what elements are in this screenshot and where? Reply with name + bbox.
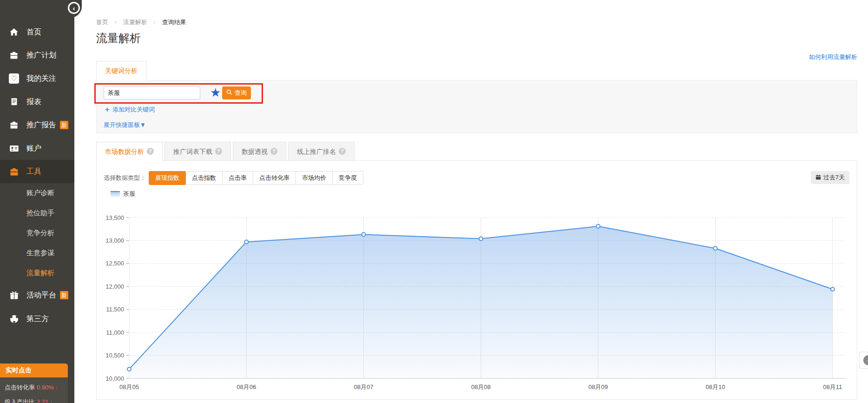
svg-text:08月09: 08月09 [588,383,608,390]
date-range-button[interactable]: 过去7天 [811,171,849,184]
id-card-icon [8,143,20,154]
query-button[interactable]: 查询 [222,86,251,99]
realtime-panel: 实时点击 点击转化率0.90%↑ 投入产出比2.21↑ [0,363,68,403]
sidebar-item-reports[interactable]: 报表 [0,90,74,113]
svg-text:08月10: 08月10 [706,383,725,390]
type-option-impression-index[interactable]: 展现指数 [149,171,186,185]
up-arrow-icon: ↑ [55,384,59,391]
breadcrumb-separator: › [115,18,117,26]
plus-icon: ＋ [104,105,111,113]
new-badge: 新 [60,121,68,129]
feedback-widget[interactable]: ·· [859,352,868,369]
help-circle-icon[interactable]: ? [215,148,222,155]
svg-text:12,500: 12,500 [105,260,124,267]
svg-text:08月11: 08月11 [823,383,842,390]
chart-panel: 选择数据类型： 展现指数 点击指数 点击率 点击转化率 市场均价 竞争度 过去7… [96,160,857,400]
realtime-panel-header[interactable]: 实时点击 [0,363,68,377]
breadcrumb-home[interactable]: 首页 [96,19,108,26]
sidebar-item-campaigns[interactable]: 推广计划 [0,44,74,67]
sidebar-item-label: 工具 [26,167,41,177]
breadcrumb: 首页 › 流量解析 › 查询结果 [96,18,186,26]
svg-text:08月08: 08月08 [471,383,491,390]
svg-text:11,000: 11,000 [106,329,124,336]
svg-text:10,500: 10,500 [105,352,124,359]
sidebar-subitem-account-diagnosis[interactable]: 账户诊断 [0,183,74,203]
sidebar-item-label: 推广计划 [26,51,56,60]
breadcrumb-current: 查询结果 [162,19,186,26]
stat-value: 0.90% [37,384,54,391]
data-type-label: 选择数据类型： [104,174,146,182]
page-title: 流量解析 [96,31,141,46]
data-type-selector: 选择数据类型： 展现指数 点击指数 点击率 点击转化率 市场均价 竞争度 [104,171,363,185]
sidebar-item-tools[interactable]: 工具 [0,160,74,183]
breadcrumb-separator: › [154,18,156,26]
main-content: 首页 › 流量解析 › 查询结果 流量解析 如何利用流量解析 关键词分析 ★ 查… [74,0,868,403]
tab-promo-wordlist-download[interactable]: 推广词表下载 ? [164,142,231,161]
help-circle-icon[interactable]: ? [339,148,346,155]
svg-text:11,500: 11,500 [106,306,124,313]
sidebar-item-label: 推广报告 [26,120,56,130]
expand-quick-panel-link[interactable]: 展开快捷面板▼ [104,121,146,129]
search-icon [226,89,232,97]
calendar-icon [815,174,821,181]
sidebar: ‹ 首页 推广计划 ♡ 我的关注 报表 [0,0,74,403]
new-badge: 新 [60,291,68,299]
sidebar-subitem-rank-assistant[interactable]: 抢位助手 [0,203,74,223]
type-option-ctr[interactable]: 点击率 [222,171,253,185]
svg-text:10,000: 10,000 [105,375,124,382]
chart-legend[interactable]: 茶服 [111,190,135,198]
caret-down-icon: ▼ [140,121,146,128]
sidebar-item-label: 首页 [26,27,41,37]
heart-icon: ♡ [8,73,20,84]
sidebar-item-promo-report[interactable]: 推广报告 新 [0,113,74,137]
toolbox-icon [8,166,20,177]
type-option-click-index[interactable]: 点击指数 [185,171,223,185]
home-icon [8,26,20,38]
sidebar-item-label: 我的关注 [26,74,56,84]
sidebar-subitem-competition-analysis[interactable]: 竞争分析 [0,223,74,243]
add-compare-keyword-link[interactable]: ＋添加对比关键词 [104,105,155,114]
briefcase-icon [8,50,20,61]
type-option-click-conversion[interactable]: 点击转化率 [253,171,296,185]
favorite-star-icon[interactable]: ★ [210,86,221,99]
sidebar-item-label: 报表 [26,97,41,107]
help-circle-icon[interactable]: ? [270,148,277,155]
type-option-competition[interactable]: 竞争度 [332,171,363,185]
tab-online-promo-ranking[interactable]: 线上推广排名 ? [288,142,355,161]
svg-text:08月07: 08月07 [354,383,374,390]
legend-swatch [111,191,120,197]
report-icon [8,96,20,107]
breadcrumb-traffic-analysis[interactable]: 流量解析 [123,19,147,26]
help-circle-icon[interactable]: ? [147,148,154,155]
svg-text:12,000: 12,000 [105,283,124,290]
sidebar-subitem-traffic-analysis[interactable]: 流量解析 [0,263,74,283]
keyword-input[interactable] [104,86,200,99]
svg-text:08月05: 08月05 [119,383,139,390]
sidebar-item-third-party[interactable]: 第三方 [0,307,74,330]
legend-label: 茶服 [123,190,135,198]
svg-text:13,000: 13,000 [105,237,124,244]
stat-click-conversion: 点击转化率0.90%↑ [0,377,68,392]
tab-keyword-analysis[interactable]: 关键词分析 [96,61,146,80]
tab-data-pivot[interactable]: 数据透视 ? [233,142,286,161]
sphere-icon [8,313,20,324]
type-option-market-avg-price[interactable]: 市场均价 [296,171,333,185]
stat-value: 2.21 [37,398,48,403]
sidebar-item-account[interactable]: 账户 [0,137,74,160]
sidebar-item-label: 第三方 [26,314,49,324]
feedback-icon: ·· [863,355,868,365]
sidebar-item-home[interactable]: 首页 [0,20,74,44]
chevron-left-icon: ‹ [73,5,75,12]
sidebar-collapse-button[interactable]: ‹ [68,2,80,14]
svg-text:08月06: 08月06 [237,383,256,390]
gift-icon [8,290,20,301]
sidebar-subitem-business-advisor[interactable]: 生意参谋 [0,243,74,263]
data-tabs: 市场数据分析 ? 推广词表下载 ? 数据透视 ? 线上推广排名 ? [96,142,356,161]
sidebar-item-favorites[interactable]: ♡ 我的关注 [0,67,74,90]
sidebar-item-label: 活动平台 [26,291,56,300]
traffic-chart: 10,00010,50011,00011,50012,00012,50013,0… [97,205,857,400]
help-link[interactable]: 如何利用流量解析 [809,53,857,61]
sidebar-item-activity-platform[interactable]: 活动平台 新 [0,283,74,307]
tab-market-data-analysis[interactable]: 市场数据分析 ? [96,142,163,161]
sidebar-nav: 首页 推广计划 ♡ 我的关注 报表 推广报告 新 [0,0,74,330]
